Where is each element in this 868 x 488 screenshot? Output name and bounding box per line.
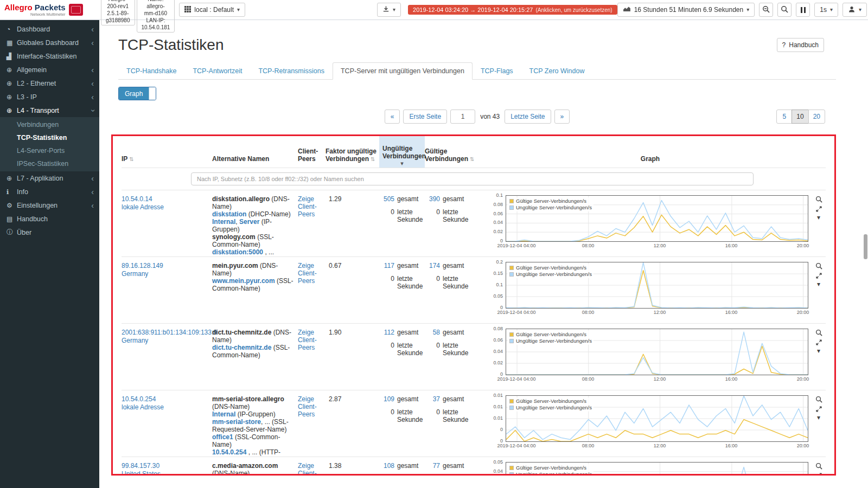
chart-zoom-icon[interactable]: [815, 262, 822, 269]
ip-link[interactable]: 99.84.157.30: [122, 462, 212, 470]
name-link[interactable]: diskstation:5000: [212, 248, 263, 256]
sidebar-item-ber[interactable]: ⓘÜber: [0, 226, 99, 239]
page-size-5[interactable]: 5: [776, 110, 792, 124]
app-logo[interactable]: Allegro Packets Network Multimeter: [0, 3, 99, 17]
sidebar-item-ipsec-statistiken[interactable]: IPSec-Statistiken: [0, 157, 99, 170]
chart-zoom-icon[interactable]: [815, 196, 822, 203]
invalid-total-link[interactable]: 108: [379, 462, 394, 470]
valid-total-link[interactable]: 77: [425, 462, 440, 470]
ip-location-link[interactable]: lokale Adresse: [122, 203, 212, 211]
chart-zoom-icon[interactable]: [815, 463, 822, 470]
show-client-peers-link[interactable]: Zeige Client-Peers: [298, 395, 326, 418]
sidebar-item-l3-ip[interactable]: ⊕L3 - IP‹: [0, 90, 99, 104]
sidebar-item-einstellungen[interactable]: ⚙Einstellungen‹: [0, 198, 99, 212]
valid-total-link[interactable]: 174: [425, 262, 440, 269]
sidebar-item-globales-dashboard[interactable]: ▦Globales Dashboard‹: [0, 36, 99, 49]
valid-total-link[interactable]: 37: [425, 395, 440, 403]
sidebar-item-tcp-statistiken[interactable]: TCP-Statistiken: [0, 131, 99, 144]
globe-icon: ⊕: [7, 80, 17, 87]
ip-link[interactable]: 2001:638:911:b01:134:109:133:9: [122, 329, 212, 337]
search-button[interactable]: [777, 3, 792, 17]
show-client-peers-link[interactable]: Zeige Client-Peers: [298, 329, 326, 351]
invalid-total-link[interactable]: 117: [379, 262, 394, 269]
user-dropdown[interactable]: ▾: [843, 3, 867, 17]
sidebar-item-l2-ethernet[interactable]: ⊕L2 - Ethernet‹: [0, 76, 99, 90]
chart-options-caret-icon[interactable]: ▾: [817, 282, 820, 286]
tab-tcp-zero-window[interactable]: TCP Zero Window: [521, 62, 593, 80]
chart-options-caret-icon[interactable]: ▾: [817, 349, 820, 353]
search-input[interactable]: [191, 172, 754, 185]
graph-toggle[interactable]: Graph: [118, 87, 156, 100]
first-page-button[interactable]: Erste Seite: [403, 110, 447, 124]
show-client-peers-link[interactable]: Zeige Client-Peers: [298, 462, 326, 476]
name-link[interactable]: www.mein.pyur.com: [212, 277, 275, 285]
ip-location-link[interactable]: lokale Adresse: [122, 403, 212, 412]
zoom-out-button[interactable]: [759, 3, 773, 17]
page-size-10[interactable]: 10: [792, 110, 808, 124]
time-filter-badge[interactable]: 2019-12-04 03:24:20 → 2019-12-04 20:15:2…: [408, 5, 617, 15]
chart-zoom-icon[interactable]: [815, 329, 822, 336]
name-link[interactable]: Internal: [212, 218, 235, 226]
name-link[interactable]: 10.54.0.254: [212, 448, 246, 456]
tab-tcp-handshake[interactable]: TCP-Handshake: [118, 62, 184, 80]
chart-options-caret-icon[interactable]: ▾: [817, 415, 820, 420]
sidebar-item-l4-server-ports[interactable]: L4-Server-Ports: [0, 144, 99, 157]
valid-total-link[interactable]: 58: [425, 329, 440, 336]
chart-expand-icon[interactable]: [815, 472, 822, 476]
name-link[interactable]: dict.tu-chemnitz.de: [212, 344, 271, 351]
invalid-total-link[interactable]: 109: [379, 395, 394, 403]
scrollbar-thumb[interactable]: [864, 234, 867, 259]
invalid-total-link[interactable]: 112: [379, 329, 394, 336]
tab-tcp-server-mit-ung-ltigen-verbindungen[interactable]: TCP-Server mit ungültigen Verbindungen: [333, 62, 473, 80]
ip-link[interactable]: 10.54.0.254: [122, 395, 212, 403]
ip-location-link[interactable]: Germany: [122, 270, 212, 278]
chart-options-caret-icon[interactable]: ▾: [817, 215, 820, 220]
sidebar-item-allgemein[interactable]: ⊕Allgemein‹: [0, 63, 99, 76]
duration-dropdown[interactable]: 16 Stunden 51 Minuten 6.9 Sekunden ▾: [617, 3, 755, 17]
tab-tcp-flags[interactable]: TCP-Flags: [473, 62, 521, 80]
name-link[interactable]: office1: [212, 433, 233, 441]
prev-page-button[interactable]: «: [385, 110, 400, 124]
chart-expand-icon[interactable]: [815, 206, 822, 213]
ip-location-link[interactable]: United States: [122, 470, 212, 476]
sidebar-item-l7-applikation[interactable]: ⊕L7 - Applikation‹: [0, 171, 99, 185]
manual-button[interactable]: ? Handbuch: [777, 38, 824, 52]
refresh-interval-dropdown[interactable]: 1s ▾: [814, 3, 838, 17]
download-dropdown[interactable]: ▾: [377, 3, 401, 17]
column-header-valid[interactable]: Gültige Verbindungen⇅: [425, 136, 475, 168]
column-header-factor[interactable]: Faktor ungültige Verbindungen⇅: [326, 136, 379, 168]
valid-connections-cell: 77gesamt0letzte Sekunde: [425, 462, 475, 476]
chart-expand-icon[interactable]: [815, 339, 822, 346]
ip-link[interactable]: 89.16.128.149: [122, 262, 212, 270]
chart-zoom-icon[interactable]: [815, 396, 822, 403]
last-page-button[interactable]: Letzte Seite: [505, 110, 551, 124]
chart-expand-icon[interactable]: [815, 272, 822, 279]
column-header-invalid[interactable]: Ungültige Verbindungen ▾: [379, 136, 425, 168]
sidebar-item-handbuch[interactable]: ▤Handbuch: [0, 212, 99, 226]
valid-total-link[interactable]: 390: [425, 195, 440, 203]
name-link[interactable]: Internal: [212, 410, 235, 418]
sidebar-item-interface-statistiken[interactable]: ▟Interface-Statistiken: [0, 49, 99, 63]
column-header-ip[interactable]: IP⇅: [122, 136, 212, 168]
chart-expand-icon[interactable]: [815, 406, 822, 413]
show-client-peers-link[interactable]: Zeige Client-Peers: [298, 195, 326, 218]
tab-tcp-antwortzeit[interactable]: TCP-Antwortzeit: [184, 62, 250, 80]
name-link[interactable]: Server: [239, 218, 259, 226]
pause-button[interactable]: [796, 3, 810, 17]
page-number-input[interactable]: [450, 110, 475, 124]
profile-dropdown[interactable]: local : Default ▾: [179, 3, 245, 17]
ip-link[interactable]: 10.54.0.14: [122, 195, 212, 203]
sidebar-item-info[interactable]: ℹInfo‹: [0, 185, 99, 198]
invalid-total-link[interactable]: 505: [379, 195, 394, 203]
sidebar-item-dashboard[interactable]: ◔Dashboard‹: [0, 22, 99, 36]
name-link[interactable]: diskstation: [212, 210, 246, 218]
sidebar-item-l4-transport[interactable]: ⊕L4 - Transport‹: [0, 104, 99, 117]
chevron-left-icon: ‹: [91, 93, 94, 101]
name-link[interactable]: mm-serial-store: [212, 418, 261, 426]
tab-tcp-retransmissions[interactable]: TCP-Retransmissions: [250, 62, 333, 80]
show-client-peers-link[interactable]: Zeige Client-Peers: [298, 262, 326, 285]
ip-location-link[interactable]: Germany: [122, 337, 212, 345]
page-size-20[interactable]: 20: [808, 110, 825, 124]
sidebar-item-verbindungen[interactable]: Verbindungen: [0, 118, 99, 131]
next-page-button[interactable]: »: [554, 110, 570, 124]
